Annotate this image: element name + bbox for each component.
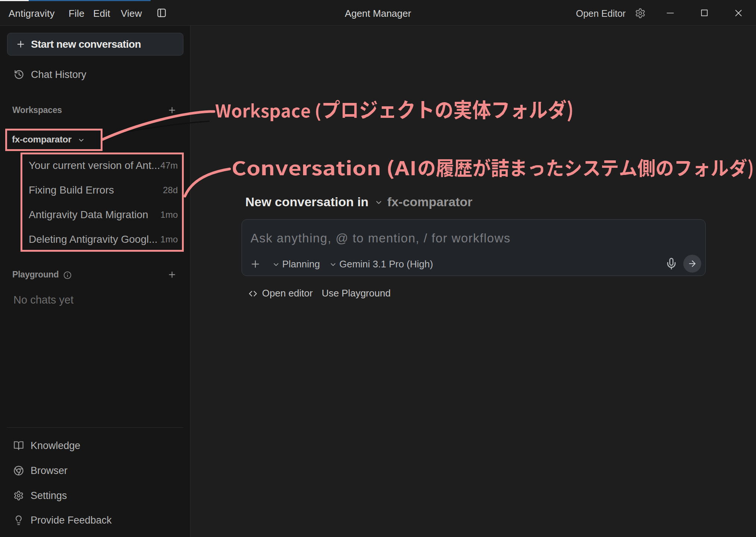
sidebar-item-browser[interactable]: Browser (0, 460, 190, 481)
sidebar-item-knowledge[interactable]: Knowledge (0, 435, 190, 456)
playground-section-label: Playground (12, 268, 72, 281)
sidebar-item-label: Settings (31, 490, 67, 502)
history-icon (14, 69, 24, 80)
annotation-conversation-note-latin (233, 160, 415, 179)
send-button[interactable] (683, 255, 701, 273)
annotation-conversation-note (233, 158, 753, 179)
conversation-time: 1mo (160, 234, 178, 245)
chevron-down-icon (375, 198, 383, 207)
lightbulb-icon (13, 515, 24, 525)
info-icon (63, 271, 72, 279)
desktop-edge-artifact-white (0, 0, 29, 1)
mic-icon (665, 257, 678, 270)
mode-selector[interactable]: Planning (282, 258, 320, 270)
minimize-button[interactable] (653, 0, 687, 26)
sidebar-item-label: Knowledge (31, 440, 81, 452)
annotation-workspace-note-latin (215, 103, 321, 121)
agent-manager-window: Antigravity File Edit View Agent Manager… (0, 0, 756, 537)
conversation-item[interactable]: Deleting Antigravity Googl...1mo (0, 227, 190, 252)
maximize-button[interactable] (687, 0, 721, 26)
workspace-name: fx-comparator (12, 134, 72, 145)
quick-links: Open editorUse Playground (248, 287, 391, 299)
open-editor-link[interactable]: Open editor (262, 288, 313, 299)
conversation-time: 1mo (160, 210, 178, 220)
add-workspace-button[interactable] (167, 106, 177, 115)
plus-icon (16, 39, 26, 49)
chat-history-item[interactable]: Chat History (14, 66, 86, 83)
page-title-workspace[interactable]: fx-comparator (387, 195, 473, 209)
annotation-conversation-note-jp (419, 158, 753, 179)
sidebar-item-label: Provide Feedback (31, 515, 112, 526)
conversation-item[interactable]: Fixing Build Errors28d (0, 178, 190, 202)
workspaces-section-label: Workspaces (12, 103, 62, 117)
conversation-title: Antigravity Data Migration (29, 209, 148, 221)
conversation-item[interactable]: Your current version of Ant...47m (0, 153, 190, 178)
start-new-conversation-button[interactable]: Start new conversation (7, 33, 183, 56)
gear-icon (13, 490, 24, 501)
sidebar-item-label: Browser (31, 465, 67, 477)
annotation-conversation-connector (185, 169, 230, 196)
chevron-down-icon (329, 261, 337, 268)
add-playground-button[interactable] (167, 270, 177, 279)
desktop-edge-artifact-blue (29, 0, 151, 1)
page-title: New conversation infx-comparator (245, 194, 472, 210)
plus-icon (167, 106, 177, 115)
attach-button[interactable] (250, 258, 261, 270)
chevron-down-icon (78, 136, 85, 144)
page-title-prefix: New conversation in (245, 195, 369, 209)
conversation-time: 28d (163, 185, 178, 195)
code-icon (248, 289, 258, 298)
sidebar-item-settings[interactable]: Settings (0, 485, 190, 506)
title-bar: Antigravity File Edit View Agent Manager… (0, 0, 756, 26)
mode-chevron-icon[interactable] (272, 261, 280, 268)
chrome-browser-icon (13, 465, 24, 476)
book-open-icon (13, 440, 24, 451)
sidebar: Start new conversation Chat History Work… (0, 26, 190, 537)
arrow-right-icon (687, 259, 697, 268)
conversation-title: Your current version of Ant... (29, 160, 159, 172)
annotation-workspace-note (215, 100, 572, 122)
minimize-icon (665, 8, 675, 18)
chevron-down-icon[interactable] (375, 198, 383, 207)
close-icon (734, 8, 743, 18)
plus-icon (167, 270, 177, 279)
no-chats-message: No chats yet (13, 294, 73, 306)
conversation-title: Deleting Antigravity Googl... (29, 233, 158, 245)
close-button[interactable] (722, 0, 755, 26)
use-playground-link[interactable]: Use Playground (322, 288, 391, 299)
sidebar-divider (7, 427, 183, 428)
chevron-down-icon (272, 261, 280, 268)
chat-history-label: Chat History (31, 69, 86, 81)
conversation-title: Fixing Build Errors (29, 184, 114, 196)
settings-gear-button[interactable] (635, 8, 646, 19)
workspace-selector[interactable]: fx-comparator (12, 130, 85, 149)
conversation-item[interactable]: Antigravity Data Migration1mo (0, 202, 190, 227)
model-selector[interactable]: Gemini 3.1 Pro (High) (339, 258, 433, 270)
conversation-time: 47m (160, 160, 178, 171)
gear-icon (635, 8, 646, 19)
plus-icon (250, 258, 261, 270)
annotation-workspace-note-jp (324, 100, 572, 122)
maximize-icon (700, 8, 709, 18)
prompt-placeholder: Ask anything, @ to mention, / for workfl… (251, 231, 511, 245)
model-chevron-icon[interactable] (329, 261, 337, 268)
code-icon (248, 289, 258, 298)
start-new-conversation-label: Start new conversation (31, 38, 141, 50)
prompt-controls: PlanningGemini 3.1 Pro (High) (250, 257, 433, 271)
mic-button[interactable] (665, 257, 678, 270)
open-editor-button[interactable]: Open Editor (576, 1, 626, 26)
sidebar-item-provide-feedback[interactable]: Provide Feedback (0, 510, 190, 531)
